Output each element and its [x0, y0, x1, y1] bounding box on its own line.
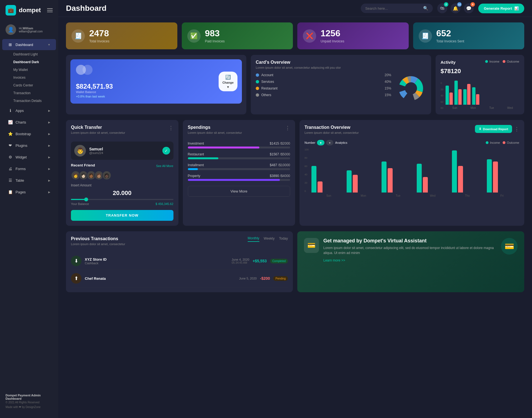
plugins-icon: ❤	[8, 143, 13, 148]
sub-dashboard-dark[interactable]: Dashboard Dark	[13, 58, 58, 66]
overview-legend: Account 20% Services 40% Restaurant 15%	[256, 73, 391, 104]
spendings-subtitle: Lorem ipsum dolor sit amet, consectetur	[188, 131, 242, 134]
income-dot	[485, 60, 488, 63]
spending-installment-amounts: $487 /$10000	[270, 163, 290, 167]
legend-services: Services 40%	[256, 80, 391, 84]
search-input[interactable]	[365, 6, 421, 11]
cards-overview-subtitle: Lorem ipsum dolor sit amet, consectetur …	[256, 66, 426, 69]
txn-date-2: June 5, 2020	[239, 277, 257, 280]
transfer-user-handle: @sum224	[89, 151, 103, 155]
bar-tue-income	[463, 89, 467, 105]
nav-plugins[interactable]: ❤ Plugins ▶	[2, 140, 56, 151]
tab-monthly[interactable]: Monthly	[248, 236, 259, 242]
tab-today[interactable]: Today	[279, 237, 288, 242]
analytics-toggle[interactable]: ●	[326, 140, 334, 145]
spendings-menu[interactable]: ⋮	[285, 125, 290, 131]
transfer-now-button[interactable]: TRANSFER NOW	[71, 210, 173, 221]
activity-y-axis: 80 60 40 20 0	[441, 82, 444, 109]
amount-slider[interactable]	[71, 199, 173, 200]
outcome-label: Outcome	[507, 60, 519, 63]
generate-report-button[interactable]: Generate Report 📊	[478, 4, 524, 13]
search-bar: 🔍	[361, 4, 433, 13]
spending-property: Property $3890 /$4000	[188, 174, 290, 181]
chat-badge: 8	[470, 2, 475, 7]
main-area: Dashboard 🔍 🛍 2 🔔 12 💬 8 Generate Report…	[58, 0, 532, 418]
avatar: 👤	[6, 24, 16, 35]
bag-button[interactable]: 🛍 2	[437, 3, 447, 13]
nav-forms[interactable]: 🖨 Forms ▶	[2, 163, 56, 174]
sub-dashboard-light[interactable]: Dashboard Light	[13, 50, 58, 58]
check-icon: ✓	[162, 147, 170, 155]
invoices-sent-icon: 🧾	[419, 29, 432, 43]
table-icon: ☰	[8, 178, 13, 183]
va-title: Get managed by Dompet's Virtual Assistan…	[323, 238, 497, 244]
txn-bar-mon	[347, 170, 379, 193]
widget-icon: ⚙	[8, 155, 13, 160]
paid-invoices-icon: ✅	[187, 29, 201, 43]
x-label-mon: Mon	[464, 106, 483, 109]
chevron-down-icon: ▼	[226, 85, 229, 89]
chat-button[interactable]: 💬 8	[464, 3, 474, 13]
bag-badge: 2	[444, 2, 448, 7]
transfer-user-card: 👨 Samuel @sum224 ✓	[71, 142, 173, 160]
x-label-tue: Tue	[482, 106, 501, 109]
spending-restaurant-amounts: $1567 /$5000	[270, 152, 290, 156]
legend-pct-restaurant: 15%	[385, 86, 391, 90]
sub-invoices[interactable]: Invoices	[13, 74, 58, 81]
legend-pct-account: 20%	[385, 73, 391, 77]
tab-weekly[interactable]: Weekly	[264, 237, 275, 242]
bar-group-tue	[463, 84, 470, 105]
change-button[interactable]: 🔄 Change ▼	[219, 72, 237, 91]
sub-transaction[interactable]: Transaction	[13, 89, 58, 97]
txn-x-axis: Sun Mon Tue Wed Thu Fri	[311, 194, 519, 197]
download-report-button[interactable]: ⬇ Download Report	[475, 125, 512, 133]
nav-dashboard[interactable]: ⊞ Dashboard ▼	[2, 39, 56, 50]
legend-account: Account 20%	[256, 73, 391, 77]
nav-charts[interactable]: 📈 Charts ▶	[2, 117, 56, 128]
sub-transaction-details[interactable]: Transaction Details	[13, 97, 58, 105]
quick-transfer-menu[interactable]: ⋮	[168, 125, 173, 131]
sub-cards-center[interactable]: Cards Center	[13, 81, 58, 89]
nav-pages[interactable]: 📋 Pages ▶	[2, 186, 56, 198]
cards-overview-title: Card's Overview	[256, 60, 426, 65]
txn-outcome-label: Outcome	[507, 141, 519, 144]
wallet-card: $824,571.93 Wallet Balance +0.8% than la…	[70, 59, 242, 104]
activity-section: Activity Income Outcome $78120	[436, 55, 524, 114]
see-all-button[interactable]: See All More	[156, 164, 173, 168]
wallet-section: $824,571.93 Wallet Balance +0.8% than la…	[66, 55, 246, 114]
nav-table[interactable]: ☰ Table ▶	[2, 175, 56, 186]
nav-apps[interactable]: ℹ Apps ▶	[2, 105, 56, 116]
friend-5[interactable]: 👩🏿	[102, 171, 111, 180]
nav-bootstrap-label: Bootstrap	[16, 132, 45, 136]
sub-my-wallet[interactable]: My Wallet	[13, 66, 58, 74]
spendings-section: Spendings Lorem ipsum dolor sit amet, co…	[183, 120, 295, 226]
bar-group-wed	[472, 87, 479, 105]
quick-transfer-title: Quick Transfer	[71, 125, 125, 130]
txn-bar-sun	[311, 166, 344, 193]
nav-widget-label: Widget	[16, 155, 45, 159]
nav-pages-label: Pages	[16, 190, 45, 194]
va-learn-more-link[interactable]: Learn more >>	[323, 258, 345, 262]
analytics-label: Analytics	[335, 141, 347, 144]
txn-menu[interactable]: ⋮	[514, 126, 519, 132]
view-more-button[interactable]: View More	[188, 186, 290, 197]
user-section: 👤 Hi,William william@gmail.com	[0, 20, 58, 39]
number-label: Number	[305, 141, 315, 144]
va-desc: Lorem ipsum dolor sit amet, consectetur …	[323, 245, 497, 255]
nav-dashboard-label: Dashboard	[16, 43, 45, 47]
spending-investment-amounts: $1415 /$2000	[270, 142, 290, 145]
nav-bootstrap[interactable]: ⭐ Bootstrap ▶	[2, 128, 56, 139]
logo-text: dompet	[19, 7, 41, 14]
nav-widget[interactable]: ⚙ Widget ▶	[2, 152, 56, 163]
bell-button[interactable]: 🔔 12	[451, 3, 461, 13]
chart-bar-icon: 📊	[514, 6, 519, 11]
hamburger-button[interactable]	[47, 8, 53, 12]
income-label: Income	[489, 60, 499, 63]
stat-card-invoices-sent: 🧾 652 Total Invoices Sent	[413, 22, 525, 49]
txn-x-tue: Tue	[381, 194, 415, 197]
virtual-assistant-section: 💳 Get managed by Dompet's Virtual Assist…	[297, 231, 524, 292]
spending-investment: Investment $1415 /$2000	[188, 142, 290, 148]
number-toggle-active[interactable]: ●	[317, 140, 324, 145]
txn-row-1: ⬇ XYZ Store ID Cashback June 4, 2020 05:…	[71, 252, 288, 270]
activity-title: Activity	[441, 60, 456, 65]
